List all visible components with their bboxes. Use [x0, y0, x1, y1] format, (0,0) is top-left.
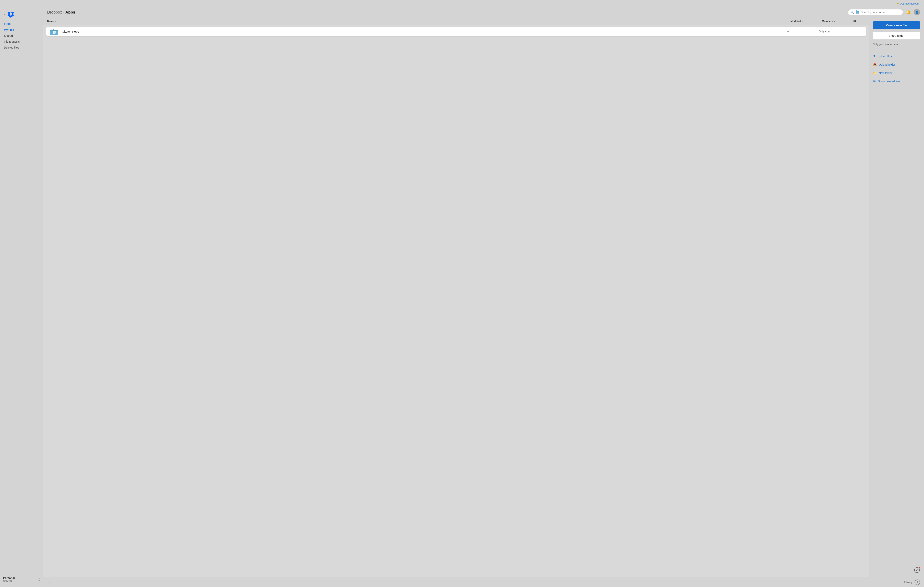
sidebar-link-my-files[interactable]: My files	[2, 27, 41, 33]
dropbox-logo-icon	[7, 11, 14, 18]
sidebar: ‹ Files My files Shared File requests	[0, 7, 43, 587]
sync-notification-dot	[918, 567, 920, 569]
file-actions-cell: ···	[850, 29, 862, 35]
file-more-options-button[interactable]: ···	[856, 29, 862, 35]
modified-dropdown-arrow: ▾	[802, 20, 803, 22]
breadcrumb-root-link[interactable]: Dropbox	[47, 10, 62, 15]
breadcrumb-current: Apps	[65, 10, 75, 15]
access-info-label: Only you have access	[873, 42, 920, 46]
bottom-bar: ··· Privacy ?	[43, 577, 924, 587]
sidebar-logo-area: ‹	[0, 10, 43, 21]
upgrade-link[interactable]: ★ Upgrade account	[896, 2, 919, 5]
upload-folder-icon: 📤	[873, 63, 877, 66]
personal-sublabel: Only you	[3, 580, 15, 582]
sync-indicator: ✓	[914, 567, 920, 573]
members-dropdown-arrow: ▾	[834, 20, 835, 22]
file-members-value: Only you	[819, 30, 850, 33]
sidebar-link-file-requests[interactable]: File requests	[2, 39, 41, 45]
show-deleted-icon: 👁	[873, 79, 876, 83]
top-bar: ★ Upgrade account	[0, 0, 924, 7]
sidebar-item-my-files[interactable]: My files	[2, 27, 41, 33]
new-folder-link[interactable]: 📁 New folder	[873, 70, 920, 76]
file-name-text: Rakuten Kobo	[61, 30, 79, 33]
privacy-link[interactable]: Privacy	[904, 581, 912, 584]
folder-app-icon: ✦	[50, 28, 58, 35]
column-view-header[interactable]: ⊞ ▾	[853, 19, 865, 23]
column-name-header[interactable]: Name ↑	[47, 20, 790, 23]
sidebar-bottom: Personal Only you ▲ ▼	[0, 574, 43, 585]
view-options-icon: ⊞	[853, 19, 856, 23]
sidebar-bottom-row: Personal Only you ▲ ▼	[3, 576, 40, 582]
file-name-cell: ✦ Rakuten Kobo	[50, 28, 787, 35]
more-options-button[interactable]: ···	[47, 579, 53, 585]
main-layout: ‹ Files My files Shared File requests	[0, 7, 924, 587]
sidebar-link-shared[interactable]: Shared	[2, 33, 41, 39]
sidebar-item-deleted-files[interactable]: Deleted files	[2, 45, 41, 51]
account-expand-icon[interactable]: ▲ ▼	[38, 577, 40, 582]
search-folder-icon	[856, 11, 859, 13]
header-icons: 🔔 👤	[905, 9, 920, 15]
view-dropdown-arrow: ▾	[856, 20, 858, 22]
right-panel: Create new file Share folder Only you ha…	[869, 17, 924, 577]
sidebar-collapse-button[interactable]: ‹	[3, 12, 6, 17]
create-new-file-button[interactable]: Create new file	[873, 21, 920, 29]
upgrade-label: Upgrade account	[900, 2, 919, 5]
notifications-button[interactable]: 🔔	[905, 9, 912, 15]
name-sort-arrow: ↑	[55, 20, 56, 22]
search-icon: 🔍	[851, 11, 854, 14]
column-members-header[interactable]: Members ▾	[822, 20, 853, 23]
svg-text:✦: ✦	[53, 31, 55, 33]
header: Dropbox › Apps 🔍 🔔 👤	[43, 7, 924, 17]
upload-files-link[interactable]: ⬆ Upload files	[873, 53, 920, 59]
breadcrumb: Dropbox › Apps	[47, 10, 845, 15]
search-input[interactable]	[861, 11, 900, 14]
panel-divider	[873, 50, 920, 50]
show-deleted-files-link[interactable]: 👁 Show deleted files	[873, 78, 920, 84]
search-bar[interactable]: 🔍	[848, 9, 903, 15]
file-list-panel: Name ↑ Modified ▾ Members ▾ ⊞ ▾	[43, 17, 869, 577]
personal-info: Personal Only you	[3, 576, 15, 582]
avatar[interactable]: 👤	[914, 9, 920, 15]
sidebar-item-shared[interactable]: Shared	[2, 33, 41, 39]
breadcrumb-separator: ›	[63, 10, 64, 14]
star-icon: ★	[896, 2, 899, 5]
upload-folder-link[interactable]: 📤 Upload folder	[873, 61, 920, 68]
files-section-label: Files	[0, 21, 43, 27]
content-area: Dropbox › Apps 🔍 🔔 👤	[43, 7, 924, 587]
file-modified-value: --	[787, 30, 819, 33]
sidebar-item-file-requests[interactable]: File requests	[2, 39, 41, 45]
new-folder-icon: 📁	[873, 71, 877, 75]
share-folder-button[interactable]: Share folder	[873, 31, 920, 40]
table-row[interactable]: ✦ Rakuten Kobo -- Only you ···	[46, 27, 866, 36]
column-modified-header[interactable]: Modified ▾	[790, 20, 822, 23]
help-button[interactable]: ?	[914, 580, 920, 585]
sidebar-link-deleted-files[interactable]: Deleted files	[2, 45, 41, 51]
file-table-header: Name ↑ Modified ▾ Members ▾ ⊞ ▾	[43, 17, 869, 25]
personal-label: Personal	[3, 576, 15, 580]
file-area: Name ↑ Modified ▾ Members ▾ ⊞ ▾	[43, 17, 924, 577]
upload-files-icon: ⬆	[873, 54, 876, 58]
sidebar-nav: My files Shared File requests Deleted fi…	[0, 27, 43, 51]
